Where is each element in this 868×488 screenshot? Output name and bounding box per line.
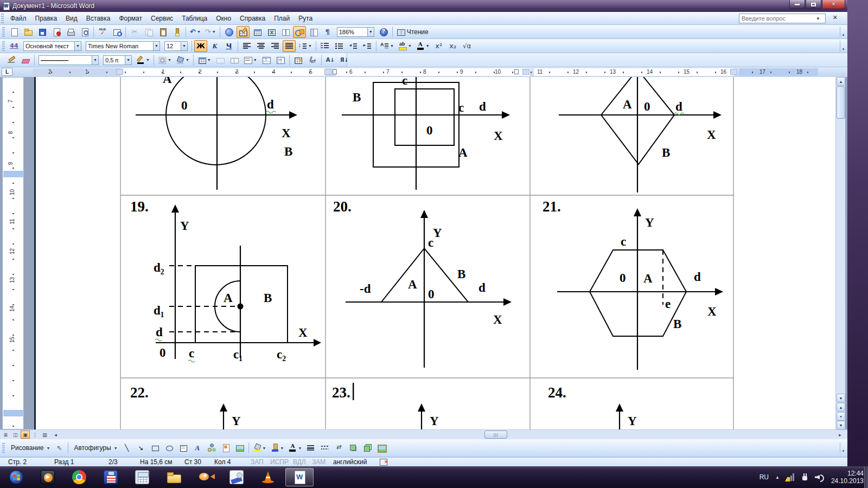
zoom-combo[interactable]: 186%▼ [335,26,376,38]
taskbar-chrome[interactable] [65,468,93,486]
taskbar-fish-app[interactable] [191,468,219,486]
redo-button-dropdown-icon[interactable]: ▼ [212,30,216,34]
drawing-menu-button-dropdown-icon[interactable]: ▼ [46,446,50,450]
menu-edit[interactable]: Правка [31,13,62,24]
vertical-ruler[interactable]: 7 8 9 10 11 12 13 14 15 [2,77,24,429]
undo-button[interactable]: ↶▼ [188,26,202,38]
split-cells-button[interactable] [228,54,241,66]
status-language[interactable]: английский [333,458,367,466]
increase-indent-button[interactable] [361,40,374,52]
insert-table-menu-button[interactable]: ▼ [196,54,213,66]
distribute-columns-button[interactable] [274,54,287,66]
format-painter-button[interactable] [170,26,183,38]
image-button[interactable] [375,442,388,454]
textbox-button[interactable] [177,442,190,454]
autoshapes-menu-button-dropdown-icon[interactable]: ▼ [114,446,118,450]
table-column-marker[interactable] [324,69,331,75]
shading-button[interactable]: ▼ [174,54,191,66]
superscript-button[interactable]: x² [432,40,445,52]
toolbar-options-chevron[interactable]: ▾ [840,27,846,37]
italic-button[interactable]: К [208,40,221,52]
vertical-scrollbar[interactable]: ▲ ▼ ▲ ● ▼ [835,77,845,429]
select-objects-button[interactable]: ⇖ [53,442,66,454]
power-plug-icon[interactable] [801,473,808,481]
menu-table[interactable]: Таблица [177,13,212,24]
rectangle-button[interactable] [149,442,162,454]
line-spacing-button-dropdown-icon[interactable]: ▼ [308,44,312,48]
oval-button[interactable] [163,442,176,454]
menu-insert[interactable]: Вставка [82,13,115,24]
clipart-button[interactable] [219,442,232,454]
sort-ascending-button[interactable]: А↓ [324,54,337,66]
tray-clock[interactable]: 12:44 24.10.2013 [831,470,864,485]
network-warning-icon[interactable] [786,473,795,481]
menu-view[interactable]: Вид [61,13,82,24]
align-center-button[interactable] [254,40,267,52]
toolbar-options-chevron[interactable]: ▾ [840,41,846,52]
align-left-button[interactable] [240,40,253,52]
horizontal-ruler[interactable]: L 2 1 1 2 3 4 5 6 7 8 9 10 11 12 13 14 1… [0,67,847,77]
toolbar-grip[interactable] [2,443,5,453]
help-button[interactable] [377,26,390,38]
borders-button[interactable]: ▼ [156,54,173,66]
indent-marker[interactable] [514,69,519,74]
drawing-button[interactable] [293,26,306,38]
scroll-left-icon[interactable]: ◂ [51,431,60,439]
justify-button[interactable] [283,40,296,52]
cell-align-button-dropdown-icon[interactable]: ▼ [253,58,257,62]
print-preview-button[interactable] [78,26,91,38]
open-button[interactable] [22,26,35,38]
font-size-combo[interactable]: 12▼ [163,40,189,52]
underline-button[interactable]: Ч [222,40,235,52]
border-color-button[interactable]: ▼ [135,54,151,66]
horizontal-scrollbar[interactable]: ≣ ◫ ▣ ⋮ ▥ ◂ ||| ▸ [0,429,847,439]
decrease-indent-button[interactable] [347,40,360,52]
question-close-icon[interactable]: ✕ [833,14,838,21]
taskbar-vlc[interactable] [254,468,282,486]
fill-color-button[interactable]: ▼ [251,442,268,454]
border-color-button-dropdown-icon[interactable]: ▼ [146,58,150,62]
line-button[interactable]: ╲ [120,442,133,454]
indent-marker[interactable] [333,69,337,74]
font-color-button-2-dropdown-icon[interactable]: ▼ [298,446,302,450]
tab-selector[interactable]: L [2,68,12,76]
taskbar-stamp-app[interactable] [222,468,251,486]
numbered-list-button[interactable] [318,40,331,52]
arrow-button[interactable]: ↘ [135,442,148,454]
hidden-icons-chevron[interactable]: ▲ [775,475,780,480]
font-color-button-dropdown-icon[interactable]: ▼ [426,44,430,48]
menu-ruta[interactable]: Рута [294,13,317,24]
highlight-button[interactable]: ▼ [397,40,413,52]
tables-borders-button[interactable] [237,26,250,38]
borders-button-dropdown-icon[interactable]: ▼ [168,58,171,62]
line-style-combo[interactable]: —————▼ [37,54,100,66]
show-desktop-button[interactable] [864,466,868,488]
subscript-button[interactable]: x₂ [446,40,459,52]
line-spacing-button[interactable]: ▼ [297,40,314,52]
distribute-rows-button[interactable] [260,54,273,66]
insert-table-menu-button-dropdown-icon[interactable]: ▼ [207,58,211,62]
menu-plai[interactable]: Плай [270,13,294,24]
styles-button[interactable]: 44 [8,40,21,52]
previous-page-button[interactable]: ▲ [837,403,845,412]
insert-table-button[interactable] [251,26,264,38]
eraser-button[interactable] [19,54,32,66]
font-color-button[interactable]: ▼ [414,40,431,52]
font-size-combo-dropdown-icon[interactable]: ▼ [181,41,188,51]
merge-cells-button[interactable] [214,54,227,66]
table-autoformat-button[interactable] [292,54,305,66]
insert-hyperlink-button[interactable] [222,26,235,38]
table-row-marker[interactable] [3,171,24,177]
toolbar-grip[interactable] [2,41,5,51]
style-combo[interactable]: Основной текст▼ [22,40,83,52]
shadow-style-button[interactable] [347,442,360,454]
document-map-button[interactable] [307,26,320,38]
research-button[interactable] [110,26,123,38]
draw-table-button[interactable] [5,54,18,66]
menu-file[interactable]: Файл [6,13,31,24]
taskbar-calculator[interactable] [128,468,156,486]
email-button[interactable] [50,26,63,38]
dash-style-button[interactable] [318,442,331,454]
columns-button[interactable] [279,26,292,38]
restore-button[interactable] [806,0,821,9]
